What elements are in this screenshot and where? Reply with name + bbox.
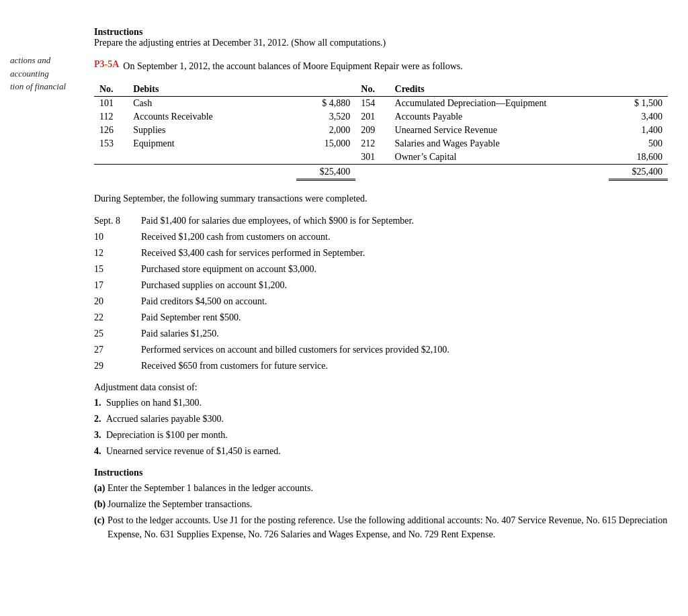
credit-no-3: 209 bbox=[355, 124, 389, 137]
credit-amount-1: $ 1,500 bbox=[609, 97, 668, 111]
trans-date-5: 20 bbox=[94, 294, 141, 308]
trans-date-3: 15 bbox=[94, 262, 141, 276]
problem-intro: On September 1, 2012, the account balanc… bbox=[123, 59, 462, 73]
accounts-table: No. Debits No. Credits 101 Cash $ 4,880 bbox=[94, 83, 668, 181]
top-instructions: Instructions Prepare the adjusting entri… bbox=[94, 27, 668, 48]
total-spacer4 bbox=[390, 165, 609, 180]
list-item: 3. Depreciation is $100 per month. bbox=[94, 428, 668, 442]
debit-no-4: 153 bbox=[94, 137, 128, 150]
list-item: 12 Received $3,400 cash for services per… bbox=[94, 246, 668, 260]
trans-date-6: 22 bbox=[94, 310, 141, 324]
table-row: 301 Owner’s Capital 18,600 bbox=[94, 150, 668, 165]
trans-text-0: Paid $1,400 for salaries due employees, … bbox=[141, 214, 668, 228]
list-item: 22 Paid September rent $500. bbox=[94, 310, 668, 324]
table-row: 126 Supplies 2,000 209 Unearned Service … bbox=[94, 124, 668, 137]
credit-no-4: 212 bbox=[355, 137, 389, 150]
debit-no-2: 112 bbox=[94, 110, 128, 124]
problem-block: P3-5A On September 1, 2012, the account … bbox=[94, 59, 668, 73]
th-amount1 bbox=[296, 83, 355, 97]
credit-name-4: Salaries and Wages Payable bbox=[390, 137, 609, 150]
summary-text: During September, the following summary … bbox=[94, 191, 668, 206]
top-instructions-text: Prepare the adjusting entries at Decembe… bbox=[94, 38, 668, 48]
trans-date-8: 27 bbox=[94, 343, 141, 357]
main-content: Instructions Prepare the adjusting entri… bbox=[87, 13, 688, 603]
list-item: 27 Performed services on account and bil… bbox=[94, 343, 668, 357]
adj-num-1: 1. bbox=[94, 396, 106, 410]
th-no2: No. bbox=[355, 83, 389, 97]
adj-text-3: Depreciation is $100 per month. bbox=[106, 428, 228, 442]
list-item: Sept. 8 Paid $1,400 for salaries due emp… bbox=[94, 214, 668, 228]
credit-name-3: Unearned Service Revenue bbox=[390, 124, 609, 137]
debit-name-2: Accounts Receivable bbox=[128, 110, 296, 124]
sidebar-text-2: accounting bbox=[10, 69, 49, 79]
accounts-table-container: No. Debits No. Credits 101 Cash $ 4,880 bbox=[94, 83, 668, 181]
trans-text-8: Performed services on account and billed… bbox=[141, 343, 668, 357]
list-item: (b) Journalize the September transaction… bbox=[94, 497, 668, 511]
instr-text-a: Enter the September 1 balances in the le… bbox=[108, 481, 668, 495]
adjustment-title: Adjustment data consist of: bbox=[94, 382, 668, 393]
debit-amount-3: 2,000 bbox=[296, 124, 355, 137]
credit-amount-4: 500 bbox=[609, 137, 668, 150]
trans-text-6: Paid September rent $500. bbox=[141, 310, 668, 324]
list-item: 10 Received $1,200 cash from customers o… bbox=[94, 230, 668, 244]
credit-name-5: Owner’s Capital bbox=[390, 150, 609, 165]
debit-amount-5 bbox=[296, 150, 355, 165]
credit-amount-5: 18,600 bbox=[609, 150, 668, 165]
adj-text-4: Unearned service revenue of $1,450 is ea… bbox=[106, 444, 281, 458]
list-item: 1. Supplies on hand $1,300. bbox=[94, 396, 668, 410]
trans-date-9: 29 bbox=[94, 359, 141, 373]
list-item: (a) Enter the September 1 balances in th… bbox=[94, 481, 668, 495]
transactions-list: Sept. 8 Paid $1,400 for salaries due emp… bbox=[94, 214, 668, 373]
trans-text-1: Received $1,200 cash from customers on a… bbox=[141, 230, 668, 244]
trans-date-4: 17 bbox=[94, 278, 141, 292]
list-item: 20 Paid creditors $4,500 on account. bbox=[94, 294, 668, 308]
adj-num-2: 2. bbox=[94, 412, 106, 426]
list-item: 25 Paid salaries $1,250. bbox=[94, 326, 668, 341]
debit-total: $25,400 bbox=[296, 165, 355, 180]
total-spacer3 bbox=[355, 165, 389, 180]
total-spacer2 bbox=[128, 165, 296, 180]
adj-num-3: 3. bbox=[94, 428, 106, 442]
instr-text-c: Post to the ledger accounts. Use J1 for … bbox=[108, 513, 668, 541]
instr-letter-c: (c) bbox=[94, 513, 108, 527]
credit-no-1: 154 bbox=[355, 97, 389, 111]
adj-num-4: 4. bbox=[94, 444, 106, 458]
table-row: 112 Accounts Receivable 3,520 201 Accoun… bbox=[94, 110, 668, 124]
table-row: 153 Equipment 15,000 212 Salaries and Wa… bbox=[94, 137, 668, 150]
instr-letter-b: (b) bbox=[94, 497, 108, 511]
credit-total: $25,400 bbox=[609, 165, 668, 180]
credit-no-5: 301 bbox=[355, 150, 389, 165]
trans-text-5: Paid creditors $4,500 on account. bbox=[141, 294, 668, 308]
instructions-section: Instructions (a) Enter the September 1 b… bbox=[94, 468, 668, 541]
trans-text-3: Purchased store equipment on account $3,… bbox=[141, 262, 668, 276]
debit-amount-2: 3,520 bbox=[296, 110, 355, 124]
list-item: 2. Accrued salaries payable $300. bbox=[94, 412, 668, 426]
debit-name-1: Cash bbox=[128, 97, 296, 111]
sidebar-text-3: tion of financial bbox=[10, 81, 66, 91]
total-row: $25,400 $25,400 bbox=[94, 165, 668, 180]
list-item: 17 Purchased supplies on account $1,200. bbox=[94, 278, 668, 292]
list-item: 15 Purchased store equipment on account … bbox=[94, 262, 668, 276]
sidebar-text-1: actions and bbox=[10, 55, 50, 65]
problem-label: P3-5A bbox=[94, 59, 119, 70]
instructions-section-title: Instructions bbox=[94, 468, 668, 478]
th-amount2 bbox=[609, 83, 668, 97]
credit-amount-3: 1,400 bbox=[609, 124, 668, 137]
list-item: 29 Received $650 from customers for futu… bbox=[94, 359, 668, 373]
debit-name-5 bbox=[128, 150, 296, 165]
trans-text-4: Purchased supplies on account $1,200. bbox=[141, 278, 668, 292]
adj-text-2: Accrued salaries payable $300. bbox=[106, 412, 224, 426]
trans-date-7: 25 bbox=[94, 326, 141, 341]
instr-letter-a: (a) bbox=[94, 481, 108, 495]
credit-amount-2: 3,400 bbox=[609, 110, 668, 124]
credit-no-2: 201 bbox=[355, 110, 389, 124]
credit-name-1: Accumulated Depreciation—Equipment bbox=[390, 97, 609, 111]
debit-name-4: Equipment bbox=[128, 137, 296, 150]
table-row: 101 Cash $ 4,880 154 Accumulated Depreci… bbox=[94, 97, 668, 111]
top-instructions-title: Instructions bbox=[94, 27, 668, 38]
debit-amount-4: 15,000 bbox=[296, 137, 355, 150]
trans-date-2: 12 bbox=[94, 246, 141, 260]
adj-text-1: Supplies on hand $1,300. bbox=[106, 396, 202, 410]
trans-text-2: Received $3,400 cash for services perfor… bbox=[141, 246, 668, 260]
instr-text-b: Journalize the September transactions. bbox=[108, 497, 668, 511]
